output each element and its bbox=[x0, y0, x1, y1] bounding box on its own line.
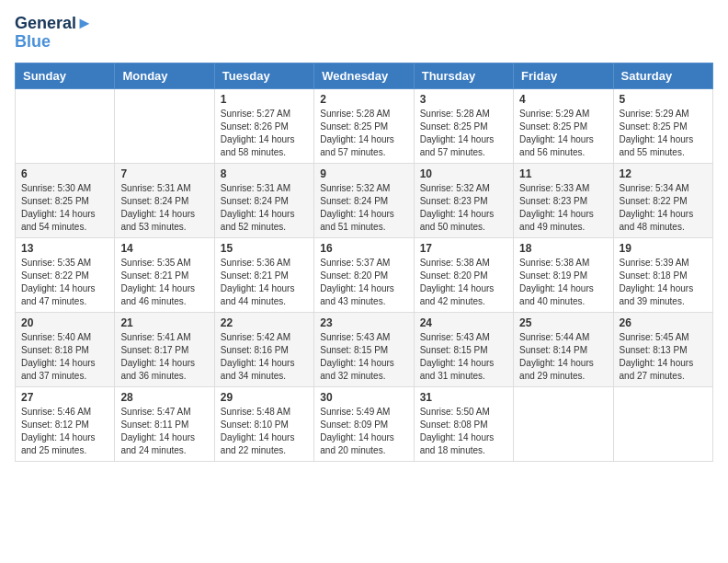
day-number: 30 bbox=[320, 391, 407, 404]
calendar-cell: 13Sunrise: 5:35 AMSunset: 8:22 PMDayligh… bbox=[16, 237, 115, 312]
day-info: Sunrise: 5:48 AMSunset: 8:10 PMDaylight:… bbox=[221, 406, 308, 457]
calendar-cell bbox=[115, 88, 214, 163]
calendar-cell: 2Sunrise: 5:28 AMSunset: 8:25 PMDaylight… bbox=[314, 88, 414, 163]
calendar-header-row: SundayMondayTuesdayWednesdayThursdayFrid… bbox=[16, 63, 713, 88]
day-info: Sunrise: 5:38 AMSunset: 8:19 PMDaylight:… bbox=[519, 257, 607, 308]
col-header-monday: Monday bbox=[115, 63, 214, 88]
day-info: Sunrise: 5:44 AMSunset: 8:14 PMDaylight:… bbox=[519, 331, 607, 383]
day-number: 18 bbox=[519, 242, 607, 255]
logo-text: General► bbox=[15, 15, 93, 33]
day-info: Sunrise: 5:27 AMSunset: 8:26 PMDaylight:… bbox=[221, 108, 308, 159]
day-number: 2 bbox=[320, 93, 407, 106]
day-info: Sunrise: 5:31 AMSunset: 8:24 PMDaylight:… bbox=[221, 182, 308, 234]
day-number: 10 bbox=[420, 167, 507, 180]
day-number: 27 bbox=[21, 391, 108, 404]
day-number: 7 bbox=[120, 167, 208, 180]
day-number: 9 bbox=[320, 167, 407, 180]
page-header: General► Blue bbox=[15, 15, 713, 52]
col-header-sunday: Sunday bbox=[16, 63, 115, 88]
day-info: Sunrise: 5:43 AMSunset: 8:15 PMDaylight:… bbox=[320, 331, 407, 383]
calendar-cell: 29Sunrise: 5:48 AMSunset: 8:10 PMDayligh… bbox=[214, 386, 313, 461]
day-number: 13 bbox=[21, 242, 108, 255]
day-info: Sunrise: 5:45 AMSunset: 8:13 PMDaylight:… bbox=[620, 331, 707, 383]
day-number: 11 bbox=[519, 167, 607, 180]
logo-text-blue: Blue bbox=[15, 33, 93, 52]
calendar-cell: 28Sunrise: 5:47 AMSunset: 8:11 PMDayligh… bbox=[115, 386, 214, 461]
calendar-cell bbox=[514, 386, 613, 461]
col-header-saturday: Saturday bbox=[613, 63, 712, 88]
day-info: Sunrise: 5:34 AMSunset: 8:22 PMDaylight:… bbox=[620, 182, 707, 234]
calendar-cell: 26Sunrise: 5:45 AMSunset: 8:13 PMDayligh… bbox=[613, 312, 712, 386]
day-number: 6 bbox=[21, 167, 108, 180]
day-number: 4 bbox=[519, 93, 607, 106]
col-header-tuesday: Tuesday bbox=[214, 63, 313, 88]
day-number: 28 bbox=[120, 391, 208, 404]
day-info: Sunrise: 5:43 AMSunset: 8:15 PMDaylight:… bbox=[420, 331, 507, 383]
calendar-cell: 7Sunrise: 5:31 AMSunset: 8:24 PMDaylight… bbox=[115, 163, 214, 237]
calendar-cell: 17Sunrise: 5:38 AMSunset: 8:20 PMDayligh… bbox=[414, 237, 513, 312]
day-number: 5 bbox=[620, 93, 707, 106]
calendar-table: SundayMondayTuesdayWednesdayThursdayFrid… bbox=[15, 63, 713, 462]
calendar-cell: 8Sunrise: 5:31 AMSunset: 8:24 PMDaylight… bbox=[214, 163, 313, 237]
calendar-week-3: 13Sunrise: 5:35 AMSunset: 8:22 PMDayligh… bbox=[16, 237, 713, 312]
day-number: 29 bbox=[221, 391, 308, 404]
day-number: 31 bbox=[420, 391, 507, 404]
day-info: Sunrise: 5:35 AMSunset: 8:21 PMDaylight:… bbox=[120, 257, 208, 308]
day-number: 26 bbox=[620, 316, 707, 329]
calendar-cell: 21Sunrise: 5:41 AMSunset: 8:17 PMDayligh… bbox=[115, 312, 214, 386]
calendar-week-1: 1Sunrise: 5:27 AMSunset: 8:26 PMDaylight… bbox=[16, 88, 713, 163]
calendar-cell: 11Sunrise: 5:33 AMSunset: 8:23 PMDayligh… bbox=[514, 163, 613, 237]
calendar-cell: 20Sunrise: 5:40 AMSunset: 8:18 PMDayligh… bbox=[16, 312, 115, 386]
calendar-week-5: 27Sunrise: 5:46 AMSunset: 8:12 PMDayligh… bbox=[16, 386, 713, 461]
calendar-cell: 4Sunrise: 5:29 AMSunset: 8:25 PMDaylight… bbox=[514, 88, 613, 163]
day-info: Sunrise: 5:28 AMSunset: 8:25 PMDaylight:… bbox=[420, 108, 507, 159]
day-info: Sunrise: 5:37 AMSunset: 8:20 PMDaylight:… bbox=[320, 257, 407, 308]
logo: General► Blue bbox=[15, 15, 93, 52]
calendar-cell: 27Sunrise: 5:46 AMSunset: 8:12 PMDayligh… bbox=[16, 386, 115, 461]
day-info: Sunrise: 5:31 AMSunset: 8:24 PMDaylight:… bbox=[120, 182, 208, 234]
calendar-cell: 9Sunrise: 5:32 AMSunset: 8:24 PMDaylight… bbox=[314, 163, 414, 237]
day-number: 16 bbox=[320, 242, 407, 255]
calendar-cell: 30Sunrise: 5:49 AMSunset: 8:09 PMDayligh… bbox=[314, 386, 414, 461]
calendar-cell: 18Sunrise: 5:38 AMSunset: 8:19 PMDayligh… bbox=[514, 237, 613, 312]
day-number: 12 bbox=[620, 167, 707, 180]
calendar-cell: 25Sunrise: 5:44 AMSunset: 8:14 PMDayligh… bbox=[514, 312, 613, 386]
calendar-cell: 31Sunrise: 5:50 AMSunset: 8:08 PMDayligh… bbox=[414, 386, 513, 461]
day-info: Sunrise: 5:50 AMSunset: 8:08 PMDaylight:… bbox=[420, 406, 507, 457]
day-info: Sunrise: 5:33 AMSunset: 8:23 PMDaylight:… bbox=[519, 182, 607, 234]
calendar-cell bbox=[613, 386, 712, 461]
day-number: 3 bbox=[420, 93, 507, 106]
calendar-week-4: 20Sunrise: 5:40 AMSunset: 8:18 PMDayligh… bbox=[16, 312, 713, 386]
col-header-friday: Friday bbox=[514, 63, 613, 88]
calendar-week-2: 6Sunrise: 5:30 AMSunset: 8:25 PMDaylight… bbox=[16, 163, 713, 237]
day-number: 20 bbox=[21, 316, 108, 329]
day-number: 19 bbox=[620, 242, 707, 255]
day-number: 24 bbox=[420, 316, 507, 329]
day-number: 22 bbox=[221, 316, 308, 329]
day-info: Sunrise: 5:32 AMSunset: 8:24 PMDaylight:… bbox=[320, 182, 407, 234]
day-number: 1 bbox=[221, 93, 308, 106]
calendar-cell: 1Sunrise: 5:27 AMSunset: 8:26 PMDaylight… bbox=[214, 88, 313, 163]
day-number: 17 bbox=[420, 242, 507, 255]
day-info: Sunrise: 5:35 AMSunset: 8:22 PMDaylight:… bbox=[21, 257, 108, 308]
calendar-cell: 5Sunrise: 5:29 AMSunset: 8:25 PMDaylight… bbox=[613, 88, 712, 163]
day-info: Sunrise: 5:40 AMSunset: 8:18 PMDaylight:… bbox=[21, 331, 108, 383]
day-number: 25 bbox=[519, 316, 607, 329]
calendar-cell: 23Sunrise: 5:43 AMSunset: 8:15 PMDayligh… bbox=[314, 312, 414, 386]
calendar-cell: 24Sunrise: 5:43 AMSunset: 8:15 PMDayligh… bbox=[414, 312, 513, 386]
day-number: 8 bbox=[221, 167, 308, 180]
day-info: Sunrise: 5:46 AMSunset: 8:12 PMDaylight:… bbox=[21, 406, 108, 457]
day-info: Sunrise: 5:49 AMSunset: 8:09 PMDaylight:… bbox=[320, 406, 407, 457]
day-info: Sunrise: 5:28 AMSunset: 8:25 PMDaylight:… bbox=[320, 108, 407, 159]
calendar-cell: 3Sunrise: 5:28 AMSunset: 8:25 PMDaylight… bbox=[414, 88, 513, 163]
day-info: Sunrise: 5:42 AMSunset: 8:16 PMDaylight:… bbox=[221, 331, 308, 383]
day-info: Sunrise: 5:38 AMSunset: 8:20 PMDaylight:… bbox=[420, 257, 507, 308]
day-info: Sunrise: 5:41 AMSunset: 8:17 PMDaylight:… bbox=[120, 331, 208, 383]
day-info: Sunrise: 5:32 AMSunset: 8:23 PMDaylight:… bbox=[420, 182, 507, 234]
calendar-cell: 19Sunrise: 5:39 AMSunset: 8:18 PMDayligh… bbox=[613, 237, 712, 312]
calendar-cell: 6Sunrise: 5:30 AMSunset: 8:25 PMDaylight… bbox=[16, 163, 115, 237]
day-info: Sunrise: 5:29 AMSunset: 8:25 PMDaylight:… bbox=[519, 108, 607, 159]
day-info: Sunrise: 5:30 AMSunset: 8:25 PMDaylight:… bbox=[21, 182, 108, 234]
day-info: Sunrise: 5:29 AMSunset: 8:25 PMDaylight:… bbox=[620, 108, 707, 159]
day-number: 15 bbox=[221, 242, 308, 255]
